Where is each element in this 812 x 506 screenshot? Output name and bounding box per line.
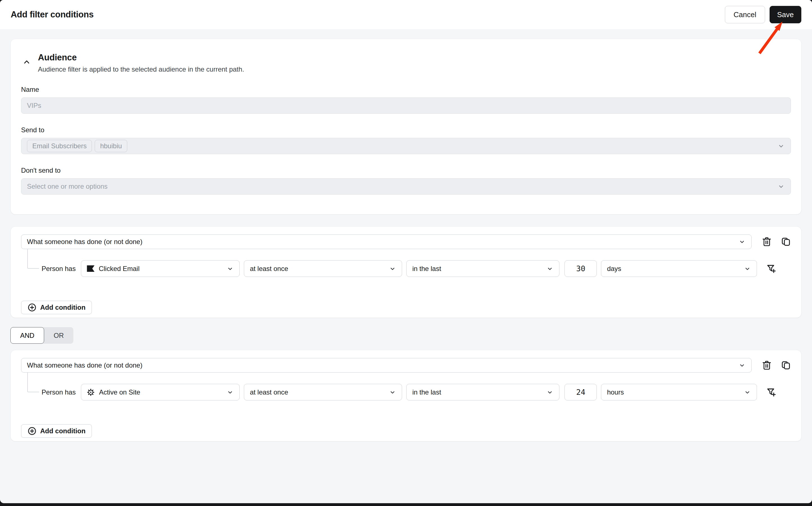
dont-send-to-field-group: Don't send to Select one or more options: [21, 167, 791, 194]
page-title: Add filter conditions: [11, 10, 93, 20]
filter-plus-icon: [766, 263, 777, 274]
condition-row: Person has: [21, 384, 791, 401]
condition-card-1: What someone has done (or not done): [10, 226, 802, 318]
person-has-label: Person has: [42, 265, 76, 273]
chevron-down-icon: [546, 265, 553, 272]
condition-type-select[interactable]: What someone has done (or not done): [21, 235, 752, 249]
dont-send-to-placeholder: Select one or more options: [27, 182, 107, 190]
name-input[interactable]: VIPs: [21, 97, 791, 114]
audience-title: Audience: [38, 53, 244, 63]
filter-plus-icon: [766, 387, 777, 398]
unit-select[interactable]: hours: [601, 384, 757, 401]
gear-icon: [87, 388, 95, 396]
add-filter-button[interactable]: [766, 387, 777, 398]
send-to-tag[interactable]: hbuibiu: [95, 140, 127, 152]
chevron-down-icon: [777, 142, 785, 150]
trash-icon: [762, 360, 772, 371]
add-condition-button[interactable]: Add condition: [21, 301, 92, 314]
add-condition-button[interactable]: Add condition: [21, 424, 92, 438]
chevron-down-icon: [389, 389, 396, 396]
chevron-down-icon: [226, 389, 234, 396]
amount-input[interactable]: [565, 260, 597, 277]
send-to-select[interactable]: Email Subscribers hbuibiu: [21, 138, 791, 154]
chevron-down-icon: [777, 182, 785, 190]
send-to-field-group: Send to Email Subscribers hbuibiu: [21, 126, 791, 154]
chevron-down-icon: [226, 265, 234, 272]
condition-type-row: What someone has done (or not done): [21, 235, 791, 249]
timeframe-select[interactable]: in the last: [406, 384, 560, 401]
header-bar: Add filter conditions Cancel Save: [0, 0, 812, 29]
frequency-select[interactable]: at least once: [244, 384, 402, 401]
chevron-down-icon: [744, 389, 751, 396]
chevron-down-icon: [738, 238, 746, 245]
chevron-down-icon: [546, 389, 553, 396]
duplicate-condition-button[interactable]: [781, 360, 791, 370]
amount-input[interactable]: [565, 384, 597, 401]
name-placeholder: VIPs: [27, 102, 41, 109]
cancel-button[interactable]: Cancel: [725, 6, 765, 23]
klaviyo-flag-icon: [87, 265, 94, 272]
condition-row: Person has Clicked Email at least once: [21, 260, 791, 277]
trash-icon: [762, 236, 772, 247]
condition-type-row: What someone has done (or not done): [21, 358, 791, 372]
collapse-audience-button[interactable]: [21, 57, 32, 68]
audience-header: Audience Audience filter is applied to t…: [21, 53, 791, 73]
chevron-up-icon: [22, 58, 31, 66]
chevron-down-icon: [738, 362, 746, 369]
dont-send-to-select[interactable]: Select one or more options: [21, 178, 791, 194]
delete-condition-button[interactable]: [762, 236, 772, 247]
logic-or-button[interactable]: OR: [42, 327, 73, 344]
add-filter-button[interactable]: [766, 263, 777, 274]
duplicate-condition-button[interactable]: [781, 237, 791, 247]
condition-type-select[interactable]: What someone has done (or not done): [21, 358, 752, 372]
page-content: Audience Audience filter is applied to t…: [0, 29, 812, 441]
save-button[interactable]: Save: [769, 6, 801, 23]
dont-send-to-label: Don't send to: [21, 167, 791, 174]
branch-connector-line: [27, 249, 39, 269]
logic-and-button[interactable]: AND: [10, 327, 44, 344]
condition-detail: Person has: [21, 372, 791, 401]
audience-card: Audience Audience filter is applied to t…: [10, 39, 802, 215]
chevron-down-icon: [744, 265, 751, 272]
branch-connector-line: [27, 372, 39, 392]
modal-window: Add filter conditions Cancel Save Audien…: [0, 0, 812, 503]
copy-icon: [781, 237, 791, 247]
person-has-label: Person has: [42, 388, 76, 396]
audience-subtitle: Audience filter is applied to the select…: [38, 66, 244, 73]
metric-select[interactable]: Active on Site: [81, 384, 240, 401]
plus-circle-icon: [27, 427, 36, 435]
copy-icon: [781, 360, 791, 370]
audience-header-text: Audience Audience filter is applied to t…: [38, 53, 244, 73]
chevron-down-icon: [389, 265, 396, 272]
unit-select[interactable]: days: [601, 260, 757, 277]
name-label: Name: [21, 86, 791, 93]
condition-card-2: What someone has done (or not done): [10, 350, 802, 441]
send-to-tag[interactable]: Email Subscribers: [27, 140, 92, 152]
name-field-group: Name VIPs: [21, 86, 791, 114]
frequency-select[interactable]: at least once: [244, 260, 402, 277]
plus-circle-icon: [27, 303, 36, 312]
delete-condition-button[interactable]: [762, 360, 772, 371]
timeframe-select[interactable]: in the last: [406, 260, 560, 277]
condition-detail: Person has Clicked Email at least once: [21, 249, 791, 277]
metric-select[interactable]: Clicked Email: [81, 260, 240, 277]
send-to-label: Send to: [21, 126, 791, 134]
logic-toggle: AND OR: [10, 327, 803, 344]
